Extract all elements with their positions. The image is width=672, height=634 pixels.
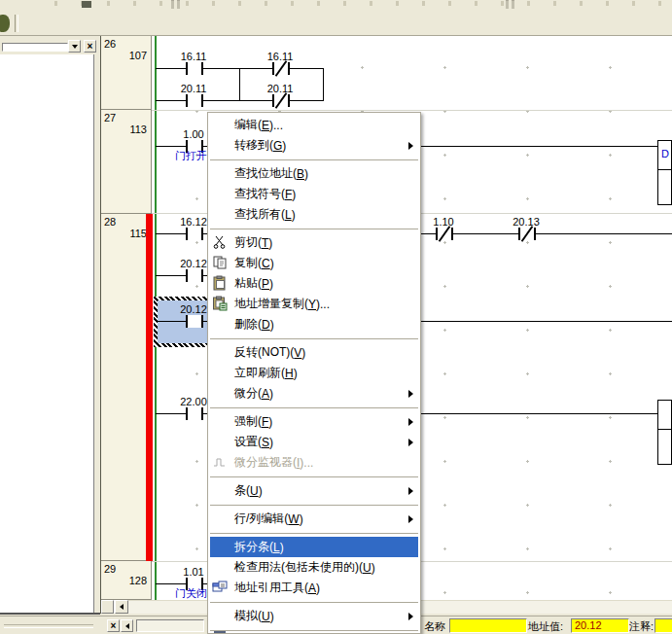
block-label: D — [661, 148, 669, 159]
instruction-block[interactable] — [657, 400, 672, 465]
address-value-field[interactable]: 20.12 — [571, 618, 629, 633]
menu-separator — [208, 156, 420, 163]
menu-item-invert-not[interactable]: 反转(NOT)(V) — [208, 342, 420, 363]
menu-item-copy[interactable]: 复制(C) — [208, 253, 420, 273]
menu-item-immediate-refresh[interactable]: 立即刷新(H) — [208, 363, 420, 383]
toolbar-separator — [506, 0, 509, 9]
watch-combo-field[interactable] — [2, 43, 68, 52]
menu-separator — [208, 335, 420, 342]
submenu-arrow-icon — [408, 390, 413, 398]
no-contact-20-12-selected[interactable] — [186, 315, 203, 328]
name-label: 名称 — [424, 619, 445, 634]
toolbar-icon-fragment — [82, 1, 91, 8]
close-icon: × — [88, 42, 93, 52]
rung-header-29[interactable]: 29 128 — [101, 561, 152, 600]
menu-item-find-all[interactable]: 查找所有(L) — [208, 204, 420, 225]
no-contact-16-11[interactable] — [186, 62, 203, 75]
menu-item-simulation[interactable]: 模拟(U) — [208, 606, 420, 626]
rung-error-bar — [146, 214, 153, 561]
menu-item-cut[interactable]: 剪切(T) — [208, 232, 420, 253]
menu-item-edit[interactable]: 编辑(E)... — [208, 115, 420, 135]
menu-item-split-rung[interactable]: 拆分条(L) — [210, 537, 418, 557]
combo-dropdown-button[interactable] — [68, 40, 81, 53]
rung-number: 26 — [104, 38, 116, 50]
toolbar-separator — [512, 0, 514, 9]
no-contact-20-11[interactable] — [186, 94, 203, 107]
rung-header-26[interactable]: 26 107 — [101, 36, 152, 110]
no-contact-16-12[interactable] — [186, 228, 203, 240]
submenu-arrow-icon — [408, 613, 413, 620]
menu-item-find-bit-address[interactable]: 查找位地址(B) — [208, 163, 420, 184]
menu-separator — [208, 598, 420, 606]
menu-separator — [208, 501, 420, 509]
menu-item-paste[interactable]: 粘贴(P) — [208, 273, 420, 294]
menu-item-row-column-edit[interactable]: 行/列编辑(W) — [208, 509, 420, 529]
comment-value-field[interactable] — [654, 618, 672, 633]
block-divider — [658, 429, 671, 430]
toolbar-strip-clipped — [0, 0, 672, 12]
toolbar-row — [0, 12, 672, 36]
menu-item-rung[interactable]: 条(U) — [208, 480, 420, 501]
menu-item-force[interactable]: 强制(F) — [208, 411, 420, 432]
rung-step: 115 — [129, 228, 147, 239]
nc-contact-20-11[interactable] — [272, 94, 290, 107]
close-icon: × — [111, 621, 117, 631]
comment-label: 注释: — [629, 619, 654, 634]
toolbar-groove — [15, 15, 18, 32]
contact-address: 20.13 — [503, 217, 549, 228]
copy-icon — [212, 255, 228, 270]
rung-step: 107 — [129, 50, 147, 61]
branch-wire — [323, 68, 324, 101]
rung-header-27[interactable]: 27 113 — [101, 110, 152, 214]
rung-number: 28 — [104, 216, 116, 228]
menu-item-goto[interactable]: 转移到(G) — [208, 135, 420, 156]
submenu-arrow-icon — [408, 418, 413, 426]
nc-contact-20-13[interactable] — [518, 228, 536, 240]
menu-item-delete[interactable]: 删除(D) — [208, 314, 420, 335]
panel-bottom-border — [0, 613, 100, 615]
no-contact-22-00[interactable] — [186, 407, 203, 420]
instruction-block[interactable]: D — [657, 140, 672, 205]
submenu-arrow-icon — [408, 487, 413, 495]
toolbar-button-bottoms — [39, 1, 661, 6]
chevron-down-icon — [72, 45, 78, 49]
menu-item-set[interactable]: 设置(S) — [208, 432, 420, 452]
menu-separator — [208, 473, 420, 480]
name-value-field[interactable] — [449, 618, 527, 633]
address-value-label: 地址值: — [528, 619, 563, 634]
menu-item-find-symbol[interactable]: 查找符号(F) — [208, 184, 420, 204]
menu-separator — [208, 225, 420, 232]
menu-item-differential-monitor: 微分监视器(I)... — [208, 452, 420, 473]
watchbar-prev-button[interactable] — [121, 619, 133, 632]
docked-side-panel — [0, 54, 94, 613]
scrollbar-corner-box[interactable] — [101, 600, 114, 614]
no-contact-20-12[interactable] — [186, 269, 203, 282]
clipped-toolbar-icon — [0, 15, 10, 32]
watchbar-close-button[interactable]: × — [107, 619, 120, 632]
rung-separator — [152, 110, 672, 111]
rung-step: 113 — [129, 123, 147, 135]
contact-address: 20.11 — [257, 84, 303, 94]
submenu-arrow-icon — [408, 142, 413, 150]
branch-wire — [239, 68, 240, 101]
toolbar-separator — [177, 0, 180, 9]
nc-contact-16-11[interactable] — [272, 62, 290, 75]
contact-comment: 门打开 — [175, 151, 207, 161]
paste-increment-icon — [212, 296, 228, 311]
nc-contact-1-10[interactable] — [436, 228, 453, 240]
plc-editor-window: × 26 107 27 113 28 115 29 128 — [0, 0, 672, 634]
menu-item-check-usage[interactable]: 检查用法(包括未使用的)(U) — [208, 557, 420, 578]
menu-item-differentiate[interactable]: 微分(A) — [208, 383, 420, 404]
contact-address: 20.11 — [170, 84, 217, 94]
scrollbar-left-button[interactable] — [115, 600, 128, 614]
watchbar-field[interactable] — [136, 619, 204, 632]
bar-resize-groove — [4, 624, 93, 628]
menu-item-address-reference-tool[interactable]: 地址引用工具(A) — [208, 578, 420, 598]
menu-separator — [208, 626, 420, 634]
arrow-left-icon — [125, 623, 129, 629]
submenu-arrow-icon — [408, 439, 413, 446]
menu-item-address-increment-copy[interactable]: 地址增量复制(Y)... — [208, 294, 420, 314]
rung-header-28[interactable]: 28 115 — [101, 214, 152, 561]
rung-number: 29 — [104, 563, 116, 575]
panel-close-button[interactable]: × — [84, 40, 96, 53]
